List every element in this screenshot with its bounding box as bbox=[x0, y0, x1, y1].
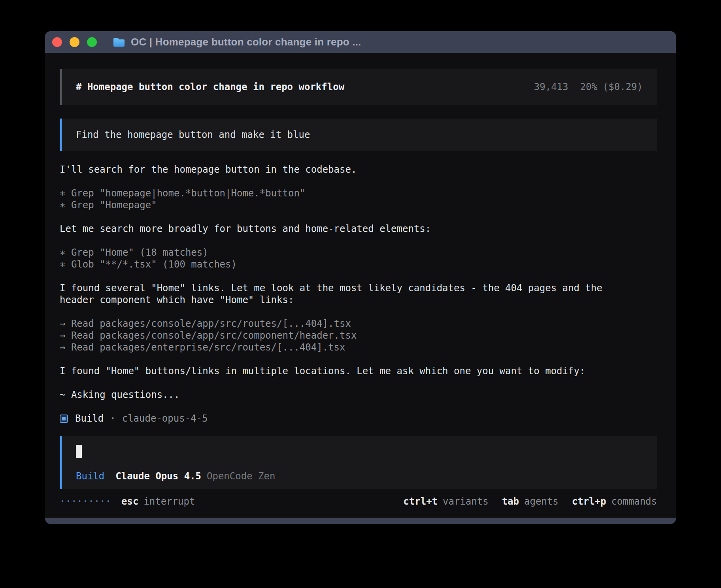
traffic-lights bbox=[52, 37, 97, 47]
prompt-input[interactable]: Build Claude Opus 4.5 OpenCode Zen bbox=[60, 436, 657, 489]
message-text: I found several "Home" links. Let me loo… bbox=[60, 282, 657, 294]
session-title: # Homepage button color change in repo w… bbox=[76, 81, 344, 93]
tab-key-label: agents bbox=[524, 496, 559, 507]
tool-call-group: → Read packages/console/app/src/routes/[… bbox=[60, 318, 657, 353]
spinner-dots: ········· bbox=[60, 496, 111, 507]
message-text: header component which have "Home" links… bbox=[60, 294, 657, 306]
agent-name: Build bbox=[75, 413, 104, 424]
footer-shortcuts: ctrl+t variants tab agents ctrl+p comman… bbox=[403, 496, 657, 507]
titlebar: OC | Homepage button color change in rep… bbox=[45, 31, 676, 53]
close-button[interactable] bbox=[52, 37, 62, 47]
user-message: Find the homepage button and make it blu… bbox=[60, 119, 657, 151]
tool-call-line: ∗ Grep "Home" (18 matches) bbox=[60, 247, 657, 258]
input-meta: Build Claude Opus 4.5 OpenCode Zen bbox=[76, 470, 643, 482]
tool-call-line: ∗ Glob "**/*.tsx" (100 matches) bbox=[60, 258, 657, 270]
tool-call-line: ∗ Grep "Homepage" bbox=[60, 199, 657, 211]
text-cursor bbox=[76, 445, 82, 458]
hint-agents: tab agents bbox=[502, 496, 559, 507]
folder-icon bbox=[113, 37, 125, 47]
tool-call-group: ∗ Grep "Home" (18 matches) ∗ Glob "**/*.… bbox=[60, 247, 657, 270]
ctrl-p-key: ctrl+p bbox=[572, 496, 606, 507]
message-text: Let me search more broadly for buttons a… bbox=[60, 223, 657, 235]
zoom-button[interactable] bbox=[87, 37, 97, 47]
message-text: I found "Home" buttons/links in multiple… bbox=[60, 365, 657, 377]
session-stats: 39,413 20% ($0.29) bbox=[534, 81, 643, 93]
tool-call-line: → Read packages/enterprise/src/routes/[.… bbox=[60, 341, 657, 353]
hint-commands: ctrl+p commands bbox=[572, 496, 657, 507]
esc-key-label: interrupt bbox=[143, 496, 195, 507]
model-label: Claude Opus 4.5 bbox=[115, 470, 201, 482]
minimize-button[interactable] bbox=[70, 37, 79, 47]
assistant-message: Let me search more broadly for buttons a… bbox=[60, 223, 657, 235]
ctrl-p-label: commands bbox=[611, 496, 657, 507]
agent-build-icon bbox=[60, 415, 68, 423]
terminal-content: # Homepage button color change in repo w… bbox=[45, 53, 676, 518]
esc-key: esc bbox=[121, 496, 138, 507]
mode-label[interactable]: Build bbox=[76, 470, 104, 482]
status-separator: · bbox=[110, 413, 115, 424]
assistant-message: I found several "Home" links. Let me loo… bbox=[60, 282, 657, 306]
terminal-window: OC | Homepage button color change in rep… bbox=[45, 31, 676, 524]
tab-key: tab bbox=[502, 496, 519, 507]
assistant-message: I found "Home" buttons/links in multiple… bbox=[60, 365, 657, 377]
window-title: OC | Homepage button color change in rep… bbox=[131, 36, 361, 48]
hint-interrupt: esc interrupt bbox=[121, 496, 195, 507]
token-count: 39,413 bbox=[534, 81, 568, 93]
provider-label: OpenCode Zen bbox=[207, 470, 275, 482]
user-message-text: Find the homepage button and make it blu… bbox=[76, 129, 310, 141]
ctrl-t-label: variants bbox=[443, 496, 489, 507]
agent-status: Build · claude-opus-4-5 bbox=[60, 413, 657, 424]
tool-call-line: → Read packages/console/app/src/routes/[… bbox=[60, 318, 657, 330]
working-status-text: ~ Asking questions... bbox=[60, 389, 657, 401]
assistant-message: ~ Asking questions... bbox=[60, 389, 657, 401]
hint-variants: ctrl+t variants bbox=[403, 496, 488, 507]
tool-call-line: → Read packages/console/app/src/componen… bbox=[60, 330, 657, 341]
status-bar: ········· esc interrupt ctrl+t variants … bbox=[60, 495, 657, 508]
tool-call-group: ∗ Grep "homepage|home.*button|Home.*butt… bbox=[60, 187, 657, 211]
ctrl-t-key: ctrl+t bbox=[403, 496, 438, 507]
tool-call-line: ∗ Grep "homepage|home.*button|Home.*butt… bbox=[60, 187, 657, 199]
session-cost: ($0.29) bbox=[603, 81, 643, 93]
assistant-message: I'll search for the homepage button in t… bbox=[60, 164, 657, 175]
context-percent: 20% bbox=[580, 81, 597, 93]
message-text: I'll search for the homepage button in t… bbox=[60, 164, 657, 175]
agent-model-id: claude-opus-4-5 bbox=[122, 413, 208, 424]
desktop-background: OC | Homepage button color change in rep… bbox=[0, 0, 721, 588]
session-header: # Homepage button color change in repo w… bbox=[60, 69, 657, 105]
